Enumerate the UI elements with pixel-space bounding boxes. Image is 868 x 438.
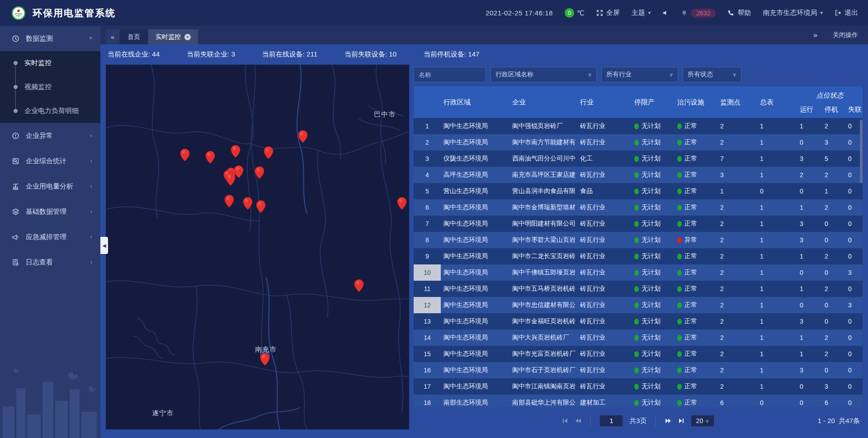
sidebar: 数据监测 ˅ 实时监控 视频监控 企业电力负荷明细 企业异常 ‹ 企业综合统计 … <box>0 26 100 438</box>
map-pin-icon[interactable] <box>397 197 407 210</box>
close-operations-button[interactable]: 关闭操作 <box>833 31 858 39</box>
sidebar-item-log-view[interactable]: 日志查看 ‹ <box>0 250 100 275</box>
cell-facility-status: 异常 <box>675 232 717 248</box>
cell-total-meters: 1 <box>757 118 797 134</box>
tab-realtime-monitoring[interactable]: 实时监控 ✕ <box>148 29 198 44</box>
status-dot-green <box>634 367 639 373</box>
table-row[interactable]: 16阆中生态环境局阆中市石子页岩机砖厂砖瓦行业无计划正常21300 <box>414 362 863 378</box>
cell-monitor-points: 2 <box>717 281 757 297</box>
help-button[interactable]: 帮助 <box>727 9 751 17</box>
org-menu[interactable]: 南充市生态环境局▾ <box>763 9 823 17</box>
sidebar-item-video-monitoring[interactable]: 视频监控 <box>0 75 100 99</box>
last-page-button[interactable] <box>678 418 684 424</box>
cell-total-meters: 1 <box>757 199 797 216</box>
map-pin-icon[interactable] <box>231 145 241 158</box>
cell-running: 0 <box>797 264 822 281</box>
map-pin-icon[interactable] <box>264 146 274 160</box>
first-page-button[interactable] <box>562 418 568 424</box>
sidebar-item-company-abnormal[interactable]: 企业异常 ‹ <box>0 123 100 148</box>
next-page-button[interactable] <box>665 418 672 424</box>
table-row[interactable]: 18南部生态环境局南部县砒华上河有限公建材加工无计划正常60060 <box>414 395 863 407</box>
cell-running: 1 <box>797 281 822 297</box>
cell-stopped: 0 <box>822 232 845 248</box>
tab-home[interactable]: 首页 <box>120 29 147 44</box>
table-row[interactable]: 13阆中生态环境局阆中市金福旺页岩机砖砖瓦行业无计划正常21300 <box>414 313 863 330</box>
table-row[interactable]: 6阆中生态环境局阆中市金博瑞新型墙材砖瓦行业无计划正常21120 <box>414 199 863 216</box>
cell-monitor-points: 1 <box>717 183 757 199</box>
page-size-select[interactable]: 20∨ <box>691 415 714 427</box>
map[interactable]: 巴中市南充市遂宁市 <box>106 65 409 429</box>
status-dot-green <box>677 123 682 129</box>
table-row[interactable]: 7阆中生态环境局阆中明阳建材有限公司砖瓦行业无计划正常21300 <box>414 216 863 232</box>
map-pin-icon[interactable] <box>255 166 264 179</box>
map-pin-icon[interactable] <box>226 173 236 186</box>
sidebar-item-power-load-detail[interactable]: 企业电力负荷明细 <box>0 99 100 123</box>
map-pin-icon[interactable] <box>354 279 364 292</box>
sidebar-item-realtime-monitoring[interactable]: 实时监控 <box>0 51 100 75</box>
industry-filter-select[interactable]: 所有行业 ∨ <box>601 67 678 82</box>
cell-region: 仪陇生态环境局 <box>441 151 509 167</box>
sidebar-item-emergency-reduction[interactable]: 应急减排管理 ‹ <box>0 224 100 250</box>
table-row[interactable]: 12阆中生态环境局阆中市忠信建材有限公砖瓦行业无计划正常21003 <box>414 297 863 313</box>
cell-company: 阆中千佛镇五郎垭页岩 <box>509 264 577 281</box>
logout-button[interactable]: 退出 <box>835 9 858 17</box>
sound-toggle[interactable] <box>662 9 669 16</box>
sidebar-collapse-handle[interactable]: ◀ <box>100 237 108 254</box>
table-row[interactable]: 2阆中生态环境局阆中市南方节能建材有砖瓦行业无计划正常21030 <box>414 134 863 151</box>
sidebar-item-base-data[interactable]: 基础数据管理 ‹ <box>0 199 100 224</box>
table-row[interactable]: 15阆中生态环境局阆中市光富页岩机砖厂砖瓦行业无计划正常21120 <box>414 346 863 362</box>
sidebar-item-company-statistics[interactable]: 企业综合统计 ‹ <box>0 148 100 174</box>
cell-limit-status: 无计划 <box>632 297 675 313</box>
name-input[interactable] <box>419 71 481 78</box>
data-panel: 行政区域名称 ∨ 所有行业 ∨ 所有状态 ∨ 行政区域 企业 行业 停限产 治污… <box>414 67 863 438</box>
cell-monitor-points: 2 <box>717 346 757 362</box>
cell-facility-status: 正常 <box>675 330 717 346</box>
name-filter-input[interactable] <box>414 67 486 82</box>
table-row[interactable]: 8阆中生态环境局阆中市枣碧大梁山页岩砖瓦行业无计划异常21300 <box>414 232 863 248</box>
tabs-scroll-left-button[interactable]: « <box>106 29 119 44</box>
content-area: 当前在线企业: 44 当前失联企业: 3 当前在线设备: 211 当前失联设备:… <box>100 44 868 438</box>
map-pin-icon[interactable] <box>260 353 270 366</box>
map-pin-icon[interactable] <box>243 197 253 210</box>
scrollbar-thumb[interactable] <box>860 120 863 183</box>
col-company: 企业 <box>509 86 577 118</box>
close-icon[interactable]: ✕ <box>184 34 191 40</box>
map-pin-icon[interactable] <box>256 200 266 213</box>
theme-menu[interactable]: 主题▾ <box>632 9 651 17</box>
table-row[interactable]: 5营山生态环境局营山县润丰肉食品有限食品无计划正常10010 <box>414 183 863 199</box>
table-row[interactable]: 9阆中生态环境局阆中市二龙长宝页岩砖砖瓦行业无计划正常21120 <box>414 248 863 264</box>
map-pin-icon[interactable] <box>205 151 215 164</box>
map-pin-icon[interactable] <box>298 130 308 143</box>
fullscreen-button[interactable]: 全屏 <box>596 9 620 17</box>
region-filter-select[interactable]: 行政区域名称 ∨ <box>491 67 597 82</box>
cell-stopped: 2 <box>822 281 845 297</box>
table-row[interactable]: 1阆中生态环境局阆中强锐页岩砖厂砖瓦行业无计划正常21120 <box>414 118 863 134</box>
cell-stopped: 5 <box>822 151 845 167</box>
table-row[interactable]: 11阆中生态环境局阆中市五马桥页岩机砖砖瓦行业无计划正常21120 <box>414 281 863 297</box>
cell-running: 0 <box>797 134 822 151</box>
table-row[interactable]: 3仪陇生态环境局西南油气田分公司川中化工无计划正常71350 <box>414 151 863 167</box>
table-row[interactable]: 4高坪生态环境局南充市高坪区王家店建砖瓦行业无计划正常31220 <box>414 167 863 183</box>
page-number-input[interactable] <box>599 415 623 427</box>
cell-limit-status: 无计划 <box>632 395 675 407</box>
row-number: 12 <box>414 297 441 313</box>
status-dot-green <box>634 140 639 146</box>
table-row[interactable]: 14阆中生态环境局阆中大兴页岩机砖厂砖瓦行业无计划正常21120 <box>414 330 863 346</box>
range-label: 1 - 20 共47条 <box>818 417 860 425</box>
status-filter-select[interactable]: 所有状态 ∨ <box>683 67 741 82</box>
table-row[interactable]: 10阆中生态环境局阆中千佛镇五郎垭页岩砖瓦行业无计划正常21003 <box>414 264 863 281</box>
map-pin-icon[interactable] <box>180 148 190 162</box>
sidebar-item-data-monitoring[interactable]: 数据监测 ˅ <box>0 26 100 51</box>
prev-page-button[interactable] <box>575 418 582 424</box>
tabs-scroll-right-button[interactable]: » <box>813 31 817 39</box>
table-row[interactable]: 17阆中生态环境局阆中市江南镇阆南页岩砖瓦行业无计划正常21030 <box>414 378 863 395</box>
cell-monitor-points: 2 <box>717 232 757 248</box>
notifications[interactable]: 2632 <box>681 9 716 18</box>
cell-company: 阆中市枣碧大梁山页岩 <box>509 232 577 248</box>
map-city-label: 遂宁市 <box>152 409 174 417</box>
cell-company: 阆中市五马桥页岩机砖 <box>509 281 577 297</box>
cell-industry: 砖瓦行业 <box>577 281 632 297</box>
sidebar-item-power-analysis[interactable]: 企业用电量分析 ‹ <box>0 174 100 199</box>
map-pin-icon[interactable] <box>224 194 234 208</box>
stat-online-companies: 当前在线企业: 44 <box>108 50 160 59</box>
